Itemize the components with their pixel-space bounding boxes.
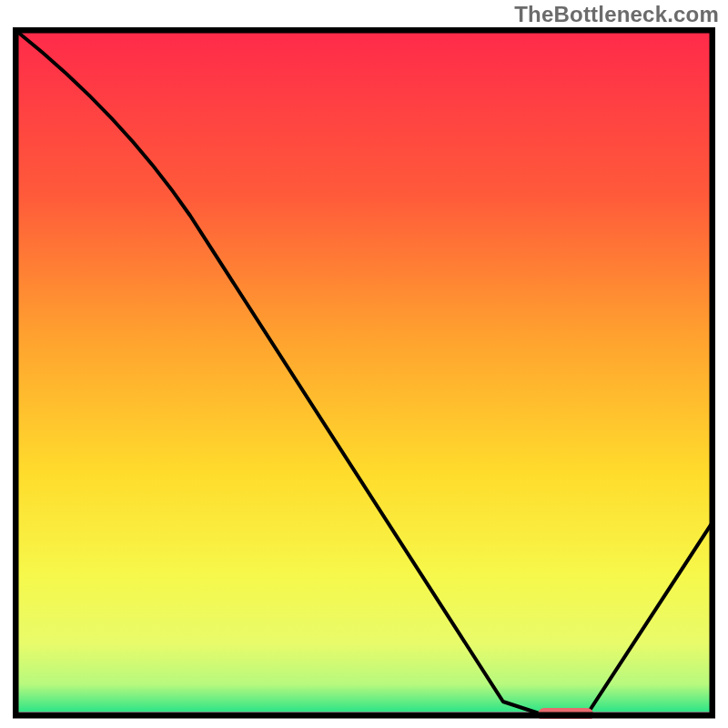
plot-background	[16, 31, 712, 712]
bottleneck-chart: TheBottleneck.com	[0, 0, 728, 728]
watermark-text: TheBottleneck.com	[514, 2, 719, 27]
chart-canvas	[13, 27, 715, 719]
